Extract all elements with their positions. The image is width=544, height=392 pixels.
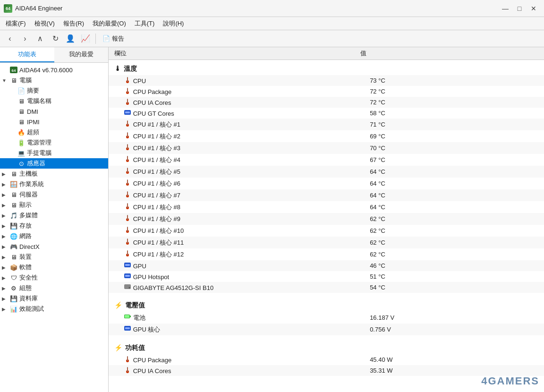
svg-rect-33 <box>128 192 128 195</box>
field-cell: CPU #1 / 核心 #5 <box>109 166 355 178</box>
value-cell: 35.31 W <box>355 365 544 376</box>
devices-icon: 🖥 <box>9 253 18 261</box>
svg-rect-30 <box>128 180 128 183</box>
value-cell: 62 °C <box>355 213 544 225</box>
sidebar-item-config[interactable]: ▶ ⚙ 組態 <box>0 283 108 293</box>
graph-button[interactable]: 📈 <box>78 32 93 45</box>
sidebar-item-summary[interactable]: 📄 摘要 <box>0 85 108 96</box>
laptop-label: 手提電腦 <box>27 149 51 157</box>
field-label: CPU #1 / 核心 #2 <box>133 133 180 140</box>
storage-toggle: ▶ <box>2 223 9 229</box>
menu-tools[interactable]: 工具(T) <box>131 18 159 29</box>
computer-icon: 🖥 <box>9 77 18 84</box>
toolbar-report: 📄 報告 <box>99 34 128 44</box>
sidebar-item-directx[interactable]: ▶ 🎮 DirectX <box>0 241 108 252</box>
menu-help[interactable]: 說明(H) <box>159 18 187 29</box>
field-cell: CPU #1 / 核心 #9 <box>109 213 355 225</box>
field-label: CPU IA Cores <box>133 99 171 106</box>
section-voltage-section: ⚡電壓值 <box>109 297 544 312</box>
sidebar-item-software[interactable]: ▶ 📦 軟體 <box>0 262 108 273</box>
database-toggle: ▶ <box>2 296 9 301</box>
field-cell: GPU Hotspot <box>109 271 355 282</box>
value-cell: 67 °C <box>355 154 544 166</box>
version-label: AIDA64 v6.70.6000 <box>19 67 73 74</box>
sidebar-item-storage[interactable]: ▶ 💾 存放 <box>0 221 108 231</box>
sidebar-item-power[interactable]: 🔋 電源管理 <box>0 137 108 148</box>
field-label: CPU #1 / 核心 #4 <box>133 156 180 163</box>
sidebar-item-ipmi[interactable]: 🖥 IPMI <box>0 117 108 127</box>
forward-button[interactable]: › <box>18 32 32 45</box>
field-cell: CPU #1 / 核心 #3 <box>109 142 355 154</box>
svg-rect-53 <box>124 284 131 289</box>
minimize-button[interactable]: — <box>499 3 512 14</box>
directx-toggle: ▶ <box>2 244 9 249</box>
tab-functions[interactable]: 功能表 <box>0 47 54 62</box>
menu-favorites[interactable]: 我的最愛(O) <box>89 18 130 29</box>
sidebar-item-laptop[interactable]: 💻 手提電腦 <box>0 148 108 158</box>
sidebar-item-security[interactable]: ▶ 🛡 安全性 <box>0 273 108 283</box>
row-icon <box>124 98 131 105</box>
sidebar-item-overclock[interactable]: 🔥 超頻 <box>0 127 108 137</box>
sidebar-item-multimedia[interactable]: ▶ 🎵 多媒體 <box>0 210 108 221</box>
up-button[interactable]: ∧ <box>33 32 47 45</box>
row-icon <box>124 356 131 362</box>
user-button[interactable]: 👤 <box>63 32 77 45</box>
field-label: CPU #1 / 核心 #5 <box>133 168 180 175</box>
close-button[interactable]: ✕ <box>527 3 540 14</box>
field-label: CPU GT Cores <box>133 110 174 117</box>
table-row: CPU #1 / 核心 #6 64 °C <box>109 178 544 189</box>
sidebar-item-os[interactable]: ▶ 🪟 作業系統 <box>0 179 108 189</box>
sidebar-item-benchmark[interactable]: ▶ 📊 效能測試 <box>0 304 108 314</box>
svg-rect-7 <box>128 88 128 92</box>
section-power-section: ⚡功耗值 <box>109 339 544 354</box>
tab-favorites[interactable]: 我的最愛 <box>54 47 109 62</box>
sidebar-item-display[interactable]: ▶ 🖥 顯示 <box>0 200 108 210</box>
table-row: GPU Hotspot 51 °C <box>109 271 544 282</box>
back-button[interactable]: ‹ <box>3 32 17 45</box>
table-row: CPU IA Cores 72 °C <box>109 97 544 108</box>
field-label: 電池 <box>133 314 145 321</box>
sidebar-item-version[interactable]: 64 AIDA64 v6.70.6000 <box>0 65 108 75</box>
table-row: CPU #1 / 核心 #9 62 °C <box>109 213 544 225</box>
menu-file[interactable]: 檔案(F) <box>2 18 30 29</box>
svg-rect-45 <box>128 239 128 242</box>
section-icon-power-section: ⚡ <box>114 344 122 351</box>
content-table[interactable]: 欄位 值 🌡溫度 CPU 73 °C CPU Package 72 °C <box>109 47 544 392</box>
config-icon: ⚙ <box>9 284 18 292</box>
menu-report[interactable]: 報告(R) <box>60 18 88 29</box>
ipmi-icon: 🖥 <box>17 118 26 126</box>
field-label: CPU #1 / 核心 #7 <box>133 192 180 199</box>
sidebar-item-devices[interactable]: ▶ 🖥 裝置 <box>0 252 108 262</box>
sidebar-item-database[interactable]: ▶ 💾 資料庫 <box>0 293 108 304</box>
section-icon-temperature-section: 🌡 <box>114 65 121 72</box>
sidebar-item-dmi[interactable]: 🖥 DMI <box>0 106 108 117</box>
row-icon <box>124 179 131 186</box>
svg-rect-42 <box>128 227 128 230</box>
table-row: CPU #1 / 核心 #8 64 °C <box>109 201 544 213</box>
refresh-button[interactable]: ↻ <box>48 32 62 45</box>
value-cell: 71 °C <box>355 119 544 130</box>
svg-rect-27 <box>128 168 128 171</box>
table-row: CPU GT Cores 58 °C <box>109 108 544 119</box>
main-area: 功能表 我的最愛 64 AIDA64 v6.70.6000 ▼ 🖥 電腦 <box>0 47 544 392</box>
sidebar-item-sensors[interactable]: ⊙ 感應器 <box>0 158 108 169</box>
menu-view[interactable]: 檢視(V) <box>31 18 59 29</box>
section-spacer <box>109 293 544 297</box>
sidebar-content: 64 AIDA64 v6.70.6000 ▼ 🖥 電腦 📄 摘要 🖥 電腦名稱 <box>0 63 108 392</box>
sidebar-item-server[interactable]: ▶ 🖥 伺服器 <box>0 189 108 200</box>
field-cell: CPU #1 / 核心 #4 <box>109 154 355 166</box>
row-icon <box>124 226 131 233</box>
multimedia-toggle: ▶ <box>2 213 9 218</box>
motherboard-label: 主機板 <box>19 170 38 178</box>
sidebar-item-computer-name[interactable]: 🖥 電腦名稱 <box>0 96 108 106</box>
network-toggle: ▶ <box>2 234 9 239</box>
sidebar-item-computer[interactable]: ▼ 🖥 電腦 <box>0 75 108 85</box>
table-row: CPU #1 / 核心 #3 70 °C <box>109 142 544 154</box>
field-label: CPU #1 / 核心 #6 <box>133 180 180 187</box>
sidebar-item-motherboard[interactable]: ▶ 🖥 主機板 <box>0 169 108 179</box>
title-left: 64 AIDA64 Engineer <box>4 4 62 13</box>
maximize-button[interactable]: □ <box>513 3 526 14</box>
sidebar-item-network[interactable]: ▶ 🌐 網路 <box>0 231 108 241</box>
content-area: 欄位 值 🌡溫度 CPU 73 °C CPU Package 72 °C <box>109 47 544 392</box>
computer-name-label: 電腦名稱 <box>27 97 51 105</box>
